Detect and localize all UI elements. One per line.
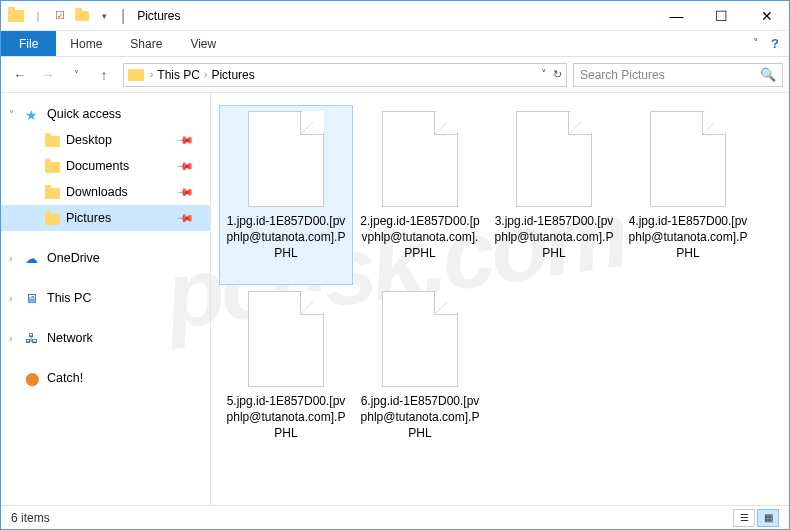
help-icon[interactable]: ? <box>771 36 779 51</box>
recent-dropdown-icon[interactable]: ˅ <box>63 62 89 88</box>
back-button[interactable]: ← <box>7 62 33 88</box>
tab-home[interactable]: Home <box>56 31 116 56</box>
folder-icon <box>45 188 60 199</box>
network-icon: 🖧 <box>25 331 41 345</box>
qat-separator-icon: | <box>29 7 47 25</box>
breadcrumb-thispc[interactable]: This PC <box>157 68 200 82</box>
cloud-icon: ☁ <box>25 251 41 265</box>
sidebar-catch[interactable]: ⬤ Catch! <box>1 365 210 391</box>
pin-icon: 📌 <box>175 130 194 149</box>
view-details-button[interactable]: ☰ <box>733 509 755 527</box>
sidebar-label: Network <box>47 331 93 345</box>
file-item[interactable]: 3.jpg.id-1E857D00.[pvphlp@tutanota.com].… <box>487 105 621 285</box>
sidebar-this-pc[interactable]: › 🖥 This PC <box>1 285 210 311</box>
maximize-button[interactable]: ☐ <box>699 1 744 31</box>
file-tab[interactable]: File <box>1 31 56 56</box>
file-name: 4.jpg.id-1E857D00.[pvphlp@tutanota.com].… <box>625 213 751 262</box>
close-button[interactable]: ✕ <box>744 1 789 31</box>
file-name: 2.jpeg.id-1E857D00.[pvphlp@tutanota.com]… <box>357 213 483 262</box>
breadcrumb[interactable]: › This PC › Pictures ˅ ↻ <box>123 63 567 87</box>
file-thumbnail-icon <box>516 111 592 207</box>
sidebar-item-pictures[interactable]: Pictures 📌 <box>1 205 210 231</box>
chevron-right-icon[interactable]: › <box>9 293 12 304</box>
sidebar-network[interactable]: › 🖧 Network <box>1 325 210 351</box>
file-name: 6.jpg.id-1E857D00.[pvphlp@tutanota.com].… <box>357 393 483 442</box>
file-item[interactable]: 2.jpeg.id-1E857D00.[pvphlp@tutanota.com]… <box>353 105 487 285</box>
breadcrumb-dropdown-icon[interactable]: ˅ <box>541 68 547 81</box>
search-input[interactable]: Search Pictures 🔍 <box>573 63 783 87</box>
navigation-pane: ˅ ★ Quick access Desktop 📌 Documents 📌 D… <box>1 93 211 505</box>
sidebar-item-desktop[interactable]: Desktop 📌 <box>1 127 210 153</box>
breadcrumb-pictures[interactable]: Pictures <box>211 68 254 82</box>
file-thumbnail-icon <box>248 291 324 387</box>
folder-app-icon <box>7 7 25 25</box>
sidebar-item-documents[interactable]: Documents 📌 <box>1 153 210 179</box>
file-name: 3.jpg.id-1E857D00.[pvphlp@tutanota.com].… <box>491 213 617 262</box>
file-name: 1.jpg.id-1E857D00.[pvphlp@tutanota.com].… <box>223 213 349 262</box>
search-icon[interactable]: 🔍 <box>760 67 776 82</box>
file-item[interactable]: 4.jpg.id-1E857D00.[pvphlp@tutanota.com].… <box>621 105 755 285</box>
sidebar-item-label: Pictures <box>66 211 111 225</box>
file-thumbnail-icon <box>650 111 726 207</box>
qat-customize-icon[interactable]: ▾ <box>95 7 113 25</box>
catch-icon: ⬤ <box>25 371 41 385</box>
tab-share[interactable]: Share <box>116 31 176 56</box>
forward-button[interactable]: → <box>35 62 61 88</box>
chevron-right-icon[interactable]: › <box>204 69 207 80</box>
breadcrumb-folder-icon <box>128 69 144 81</box>
pin-icon: 📌 <box>175 182 194 201</box>
status-bar: 6 items ☰ ▦ <box>1 505 789 529</box>
status-item-count: 6 items <box>11 511 50 525</box>
file-item[interactable]: 5.jpg.id-1E857D00.[pvphlp@tutanota.com].… <box>219 285 353 465</box>
title-separator: | <box>121 7 125 25</box>
ribbon-expand-icon[interactable]: ˅ <box>753 37 759 50</box>
up-button[interactable]: ↑ <box>91 62 117 88</box>
qat-newfolder-icon[interactable] <box>73 7 91 25</box>
qat-properties-icon[interactable]: ☑ <box>51 7 69 25</box>
pc-icon: 🖥 <box>25 291 41 305</box>
file-thumbnail-icon <box>382 111 458 207</box>
ribbon-tabs: File Home Share View ˅ ? <box>1 31 789 57</box>
sidebar-label: Quick access <box>47 107 121 121</box>
star-icon: ★ <box>25 107 41 121</box>
chevron-right-icon[interactable]: › <box>150 69 153 80</box>
file-thumbnail-icon <box>248 111 324 207</box>
file-list[interactable]: 1.jpg.id-1E857D00.[pvphlp@tutanota.com].… <box>211 93 789 505</box>
file-item[interactable]: 1.jpg.id-1E857D00.[pvphlp@tutanota.com].… <box>219 105 353 285</box>
sidebar-quick-access[interactable]: ˅ ★ Quick access <box>1 101 210 127</box>
sidebar-item-downloads[interactable]: Downloads 📌 <box>1 179 210 205</box>
sidebar-label: Catch! <box>47 371 83 385</box>
tab-view[interactable]: View <box>176 31 230 56</box>
sidebar-label: This PC <box>47 291 91 305</box>
sidebar-item-label: Downloads <box>66 185 128 199</box>
sidebar-label: OneDrive <box>47 251 100 265</box>
chevron-right-icon[interactable]: › <box>9 253 12 264</box>
minimize-button[interactable]: — <box>654 1 699 31</box>
chevron-down-icon[interactable]: ˅ <box>9 109 14 120</box>
folder-icon <box>45 214 60 225</box>
pin-icon: 📌 <box>175 156 194 175</box>
nav-bar: ← → ˅ ↑ › This PC › Pictures ˅ ↻ Search … <box>1 57 789 93</box>
file-name: 5.jpg.id-1E857D00.[pvphlp@tutanota.com].… <box>223 393 349 442</box>
folder-icon <box>45 136 60 147</box>
chevron-right-icon[interactable]: › <box>9 333 12 344</box>
pin-icon: 📌 <box>175 208 194 227</box>
view-thumbnails-button[interactable]: ▦ <box>757 509 779 527</box>
sidebar-item-label: Documents <box>66 159 129 173</box>
window-title: Pictures <box>137 9 180 23</box>
file-thumbnail-icon <box>382 291 458 387</box>
sidebar-onedrive[interactable]: › ☁ OneDrive <box>1 245 210 271</box>
file-item[interactable]: 6.jpg.id-1E857D00.[pvphlp@tutanota.com].… <box>353 285 487 465</box>
search-placeholder: Search Pictures <box>580 68 665 82</box>
refresh-icon[interactable]: ↻ <box>553 68 562 81</box>
title-bar: | ☑ ▾ | Pictures — ☐ ✕ <box>1 1 789 31</box>
sidebar-item-label: Desktop <box>66 133 112 147</box>
folder-icon <box>45 162 60 173</box>
